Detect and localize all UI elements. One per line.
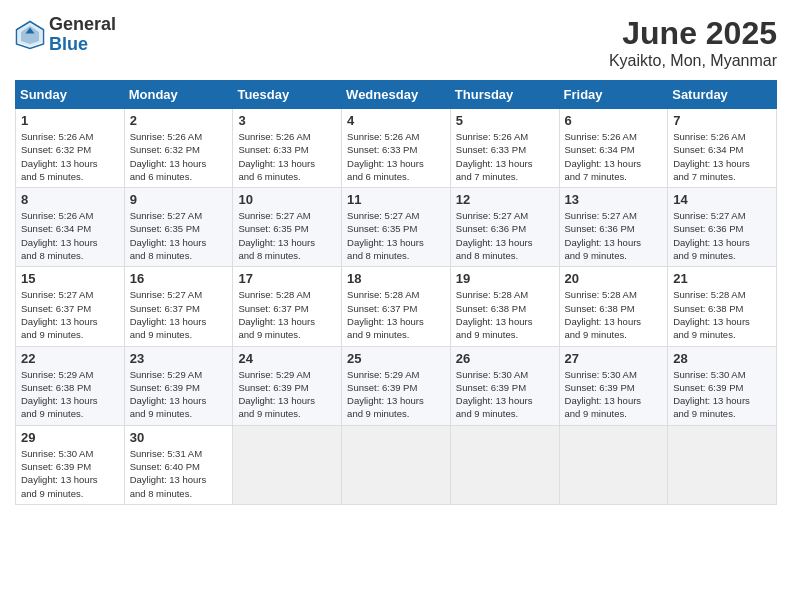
day-number: 20 (565, 271, 663, 286)
logo-text: General Blue (49, 15, 116, 55)
day-number: 3 (238, 113, 336, 128)
day-info: Sunrise: 5:27 AM Sunset: 6:35 PM Dayligh… (130, 209, 228, 262)
day-number: 29 (21, 430, 119, 445)
day-number: 8 (21, 192, 119, 207)
day-number: 25 (347, 351, 445, 366)
day-number: 2 (130, 113, 228, 128)
day-number: 21 (673, 271, 771, 286)
day-number: 12 (456, 192, 554, 207)
calendar-cell: 24Sunrise: 5:29 AM Sunset: 6:39 PM Dayli… (233, 346, 342, 425)
day-info: Sunrise: 5:26 AM Sunset: 6:32 PM Dayligh… (21, 130, 119, 183)
day-info: Sunrise: 5:26 AM Sunset: 6:32 PM Dayligh… (130, 130, 228, 183)
day-number: 15 (21, 271, 119, 286)
day-info: Sunrise: 5:30 AM Sunset: 6:39 PM Dayligh… (21, 447, 119, 500)
day-number: 24 (238, 351, 336, 366)
calendar-cell: 25Sunrise: 5:29 AM Sunset: 6:39 PM Dayli… (342, 346, 451, 425)
day-info: Sunrise: 5:26 AM Sunset: 6:33 PM Dayligh… (347, 130, 445, 183)
weekday-header-sunday: Sunday (16, 81, 125, 109)
day-number: 22 (21, 351, 119, 366)
calendar-week-row: 29Sunrise: 5:30 AM Sunset: 6:39 PM Dayli… (16, 425, 777, 504)
day-number: 1 (21, 113, 119, 128)
calendar-cell: 5Sunrise: 5:26 AM Sunset: 6:33 PM Daylig… (450, 109, 559, 188)
logo-blue-text: Blue (49, 35, 116, 55)
weekday-header-saturday: Saturday (668, 81, 777, 109)
weekday-header-friday: Friday (559, 81, 668, 109)
day-info: Sunrise: 5:28 AM Sunset: 6:38 PM Dayligh… (565, 288, 663, 341)
calendar-cell: 30Sunrise: 5:31 AM Sunset: 6:40 PM Dayli… (124, 425, 233, 504)
day-number: 28 (673, 351, 771, 366)
day-number: 5 (456, 113, 554, 128)
day-number: 26 (456, 351, 554, 366)
calendar-cell: 13Sunrise: 5:27 AM Sunset: 6:36 PM Dayli… (559, 188, 668, 267)
day-info: Sunrise: 5:27 AM Sunset: 6:35 PM Dayligh… (347, 209, 445, 262)
day-info: Sunrise: 5:26 AM Sunset: 6:34 PM Dayligh… (673, 130, 771, 183)
day-number: 14 (673, 192, 771, 207)
day-number: 4 (347, 113, 445, 128)
day-info: Sunrise: 5:28 AM Sunset: 6:37 PM Dayligh… (347, 288, 445, 341)
day-number: 11 (347, 192, 445, 207)
day-number: 7 (673, 113, 771, 128)
calendar-cell: 21Sunrise: 5:28 AM Sunset: 6:38 PM Dayli… (668, 267, 777, 346)
day-info: Sunrise: 5:30 AM Sunset: 6:39 PM Dayligh… (565, 368, 663, 421)
weekday-header-tuesday: Tuesday (233, 81, 342, 109)
day-info: Sunrise: 5:31 AM Sunset: 6:40 PM Dayligh… (130, 447, 228, 500)
day-number: 16 (130, 271, 228, 286)
day-info: Sunrise: 5:30 AM Sunset: 6:39 PM Dayligh… (673, 368, 771, 421)
day-info: Sunrise: 5:26 AM Sunset: 6:34 PM Dayligh… (565, 130, 663, 183)
calendar-week-row: 1Sunrise: 5:26 AM Sunset: 6:32 PM Daylig… (16, 109, 777, 188)
day-info: Sunrise: 5:29 AM Sunset: 6:39 PM Dayligh… (238, 368, 336, 421)
calendar-cell: 16Sunrise: 5:27 AM Sunset: 6:37 PM Dayli… (124, 267, 233, 346)
calendar-cell: 12Sunrise: 5:27 AM Sunset: 6:36 PM Dayli… (450, 188, 559, 267)
day-number: 18 (347, 271, 445, 286)
day-info: Sunrise: 5:29 AM Sunset: 6:39 PM Dayligh… (347, 368, 445, 421)
day-number: 9 (130, 192, 228, 207)
day-info: Sunrise: 5:29 AM Sunset: 6:38 PM Dayligh… (21, 368, 119, 421)
calendar-cell: 6Sunrise: 5:26 AM Sunset: 6:34 PM Daylig… (559, 109, 668, 188)
calendar-cell: 1Sunrise: 5:26 AM Sunset: 6:32 PM Daylig… (16, 109, 125, 188)
day-info: Sunrise: 5:29 AM Sunset: 6:39 PM Dayligh… (130, 368, 228, 421)
calendar-week-row: 15Sunrise: 5:27 AM Sunset: 6:37 PM Dayli… (16, 267, 777, 346)
day-number: 27 (565, 351, 663, 366)
day-number: 23 (130, 351, 228, 366)
day-info: Sunrise: 5:27 AM Sunset: 6:36 PM Dayligh… (673, 209, 771, 262)
calendar-week-row: 22Sunrise: 5:29 AM Sunset: 6:38 PM Dayli… (16, 346, 777, 425)
calendar-week-row: 8Sunrise: 5:26 AM Sunset: 6:34 PM Daylig… (16, 188, 777, 267)
calendar-cell: 20Sunrise: 5:28 AM Sunset: 6:38 PM Dayli… (559, 267, 668, 346)
day-info: Sunrise: 5:27 AM Sunset: 6:37 PM Dayligh… (21, 288, 119, 341)
day-info: Sunrise: 5:27 AM Sunset: 6:36 PM Dayligh… (456, 209, 554, 262)
day-number: 10 (238, 192, 336, 207)
calendar-cell: 19Sunrise: 5:28 AM Sunset: 6:38 PM Dayli… (450, 267, 559, 346)
calendar-cell: 11Sunrise: 5:27 AM Sunset: 6:35 PM Dayli… (342, 188, 451, 267)
weekday-header-thursday: Thursday (450, 81, 559, 109)
location: Kyaikto, Mon, Myanmar (609, 52, 777, 70)
calendar-cell: 15Sunrise: 5:27 AM Sunset: 6:37 PM Dayli… (16, 267, 125, 346)
calendar-cell: 4Sunrise: 5:26 AM Sunset: 6:33 PM Daylig… (342, 109, 451, 188)
day-info: Sunrise: 5:28 AM Sunset: 6:38 PM Dayligh… (673, 288, 771, 341)
day-number: 13 (565, 192, 663, 207)
day-info: Sunrise: 5:27 AM Sunset: 6:35 PM Dayligh… (238, 209, 336, 262)
calendar-cell (559, 425, 668, 504)
calendar-cell: 10Sunrise: 5:27 AM Sunset: 6:35 PM Dayli… (233, 188, 342, 267)
day-info: Sunrise: 5:26 AM Sunset: 6:33 PM Dayligh… (238, 130, 336, 183)
calendar-cell: 18Sunrise: 5:28 AM Sunset: 6:37 PM Dayli… (342, 267, 451, 346)
calendar-cell: 28Sunrise: 5:30 AM Sunset: 6:39 PM Dayli… (668, 346, 777, 425)
month-title: June 2025 (609, 15, 777, 52)
day-info: Sunrise: 5:30 AM Sunset: 6:39 PM Dayligh… (456, 368, 554, 421)
day-number: 17 (238, 271, 336, 286)
day-number: 6 (565, 113, 663, 128)
calendar-cell: 29Sunrise: 5:30 AM Sunset: 6:39 PM Dayli… (16, 425, 125, 504)
header: General Blue June 2025 Kyaikto, Mon, Mya… (15, 15, 777, 70)
calendar-cell: 7Sunrise: 5:26 AM Sunset: 6:34 PM Daylig… (668, 109, 777, 188)
calendar-cell: 2Sunrise: 5:26 AM Sunset: 6:32 PM Daylig… (124, 109, 233, 188)
day-info: Sunrise: 5:28 AM Sunset: 6:37 PM Dayligh… (238, 288, 336, 341)
day-info: Sunrise: 5:27 AM Sunset: 6:36 PM Dayligh… (565, 209, 663, 262)
weekday-header-row: SundayMondayTuesdayWednesdayThursdayFrid… (16, 81, 777, 109)
title-area: June 2025 Kyaikto, Mon, Myanmar (609, 15, 777, 70)
calendar-cell: 26Sunrise: 5:30 AM Sunset: 6:39 PM Dayli… (450, 346, 559, 425)
calendar-cell: 17Sunrise: 5:28 AM Sunset: 6:37 PM Dayli… (233, 267, 342, 346)
day-info: Sunrise: 5:26 AM Sunset: 6:33 PM Dayligh… (456, 130, 554, 183)
calendar-cell (342, 425, 451, 504)
calendar-cell: 8Sunrise: 5:26 AM Sunset: 6:34 PM Daylig… (16, 188, 125, 267)
calendar-cell (668, 425, 777, 504)
day-info: Sunrise: 5:26 AM Sunset: 6:34 PM Dayligh… (21, 209, 119, 262)
